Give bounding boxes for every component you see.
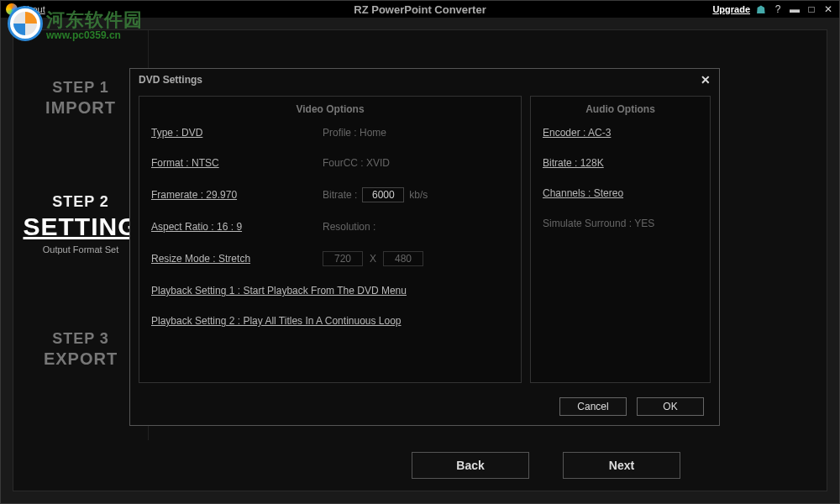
bitrate-row: Bitrate : kb/s <box>323 187 509 202</box>
about-link[interactable]: About <box>21 4 45 14</box>
step-3[interactable]: STEP 3 EXPORT <box>44 330 118 369</box>
res-w-input <box>323 251 363 266</box>
close-icon[interactable]: ✕ <box>822 3 834 15</box>
title-left: About <box>6 3 45 15</box>
step-2-num: STEP 2 <box>23 193 138 211</box>
video-options-content: Type : DVD Profile : Home Format : NTSC … <box>139 127 521 335</box>
app-icon <box>6 3 18 15</box>
dvd-settings-dialog: DVD Settings ✕ Video Options Type : DVD … <box>129 68 720 426</box>
dialog-titlebar: DVD Settings ✕ <box>130 69 719 91</box>
fourcc-text: FourCC : XVID <box>323 157 509 169</box>
dialog-footer: Cancel OK <box>130 388 719 425</box>
framerate-link[interactable]: Framerate : 29.970 <box>151 189 319 201</box>
nav-buttons: Back Next <box>13 440 827 491</box>
cancel-button[interactable]: Cancel <box>559 397 627 416</box>
gift-icon[interactable]: ☗ <box>755 3 767 15</box>
next-button[interactable]: Next <box>563 452 680 479</box>
playback-2-link[interactable]: Playback Setting 2 : Play All Titles In … <box>151 315 402 327</box>
format-link[interactable]: Format : NTSC <box>151 157 319 169</box>
audio-options-content: Encoder : AC-3 Bitrate : 128K Channels :… <box>531 127 710 238</box>
resolution-label: Resolution : <box>323 221 509 233</box>
bitrate-input[interactable] <box>362 187 404 202</box>
step-1-name: IMPORT <box>45 98 116 118</box>
audio-bitrate-link[interactable]: Bitrate : 128K <box>543 157 604 169</box>
aspect-link[interactable]: Aspect Ratio : 16 : 9 <box>151 221 319 233</box>
res-x-label: X <box>370 253 376 265</box>
encoder-link[interactable]: Encoder : AC-3 <box>543 127 611 139</box>
step-2-name: SETTING <box>23 213 138 241</box>
title-right: Upgrade ☗ ? ▬ □ ✕ <box>712 3 834 15</box>
dialog-body: Video Options Type : DVD Profile : Home … <box>130 91 719 388</box>
title-bar: About RZ PowerPoint Converter Upgrade ☗ … <box>1 1 839 18</box>
res-h-input <box>383 251 423 266</box>
step-1-num: STEP 1 <box>45 79 116 97</box>
back-button[interactable]: Back <box>412 452 529 479</box>
maximize-icon[interactable]: □ <box>806 3 817 15</box>
playback-1-link[interactable]: Playback Setting 1 : Start Playback From… <box>151 285 407 297</box>
resolution-row: X <box>323 251 509 266</box>
step-3-name: EXPORT <box>44 349 118 369</box>
channels-link[interactable]: Channels : Stereo <box>543 187 623 199</box>
help-icon[interactable]: ? <box>772 3 784 15</box>
app-title: RZ PowerPoint Converter <box>354 3 486 16</box>
upgrade-link[interactable]: Upgrade <box>712 4 750 14</box>
step-3-num: STEP 3 <box>44 330 118 348</box>
dialog-close-icon[interactable]: ✕ <box>701 73 711 87</box>
audio-options-header: Audio Options <box>531 97 710 127</box>
profile-text: Profile : Home <box>323 127 509 139</box>
dialog-title-text: DVD Settings <box>139 74 202 86</box>
surround-text: Simulate Surround : YES <box>543 218 654 229</box>
step-2[interactable]: STEP 2 SETTING Output Format Set <box>23 193 138 255</box>
bitrate-unit: kb/s <box>409 189 428 201</box>
audio-options-panel: Audio Options Encoder : AC-3 Bitrate : 1… <box>530 96 711 383</box>
resize-link[interactable]: Resize Mode : Stretch <box>151 253 319 265</box>
step-1[interactable]: STEP 1 IMPORT <box>45 79 116 118</box>
step-2-caption: Output Format Set <box>23 244 138 255</box>
type-link[interactable]: Type : DVD <box>151 127 319 139</box>
minimize-icon[interactable]: ▬ <box>789 3 801 15</box>
bitrate-label: Bitrate : <box>323 189 357 201</box>
step-sidebar: STEP 1 IMPORT STEP 2 SETTING Output Form… <box>13 30 148 440</box>
video-options-panel: Video Options Type : DVD Profile : Home … <box>139 96 522 383</box>
video-options-header: Video Options <box>139 97 521 127</box>
ok-button[interactable]: OK <box>637 397 704 416</box>
